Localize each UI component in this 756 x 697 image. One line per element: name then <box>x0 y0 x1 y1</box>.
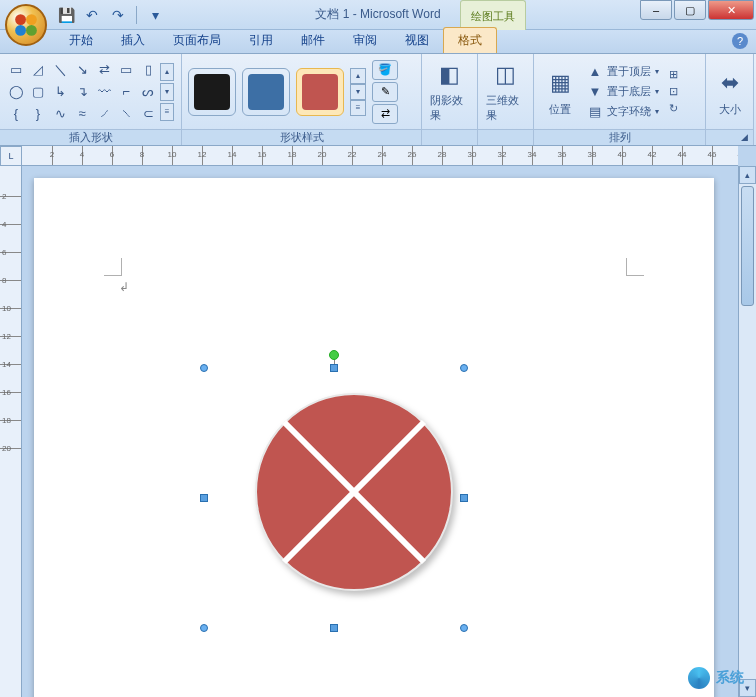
size-button[interactable]: ⬌ 大小 <box>712 59 748 125</box>
pie-shape[interactable] <box>254 392 454 592</box>
group-3d: ◫ 三维效果 <box>478 54 534 145</box>
style-swatch-2[interactable] <box>296 68 344 116</box>
style-swatch-0[interactable] <box>188 68 236 116</box>
shape-textbox-icon[interactable]: ▭ <box>6 60 26 80</box>
change-shape-button[interactable]: ⇄ <box>372 104 398 124</box>
send-to-back-button[interactable]: ▼置于底层▾ <box>584 83 662 101</box>
tab-review[interactable]: 审阅 <box>339 28 391 53</box>
undo-icon[interactable]: ↶ <box>81 4 103 26</box>
align-button[interactable]: ⊞ <box>666 67 681 82</box>
resize-handle-tl[interactable] <box>200 364 208 372</box>
shape-conn2-icon[interactable]: ↴ <box>72 82 92 102</box>
window-controls: – ▢ ✕ <box>640 0 756 20</box>
group-size: ⬌ 大小 ◢ <box>706 54 754 145</box>
shape-free-icon[interactable]: ᔕ <box>138 82 158 102</box>
watermark: 系统 <box>688 667 744 689</box>
margin-marker-top-left <box>104 258 122 276</box>
help-icon[interactable]: ? <box>732 33 748 49</box>
shapes-gallery[interactable]: ▭ ◿ ＼ ↘ ⇄ ▭ ▯ ◯ ▢ ↳ ↴ 〰 ⌐ ᔕ { } ∿ ≈ ⟋ ⟍ <box>6 60 158 124</box>
shape-more1-icon[interactable]: ≈ <box>72 104 92 124</box>
style-expand-icon[interactable]: ≡ <box>350 100 366 116</box>
shape-brace2-icon[interactable]: } <box>28 104 48 124</box>
shapes-expand-icon[interactable]: ≡ <box>160 103 174 121</box>
page[interactable]: ↲ <box>34 178 714 697</box>
shape-outline-button[interactable]: ✎ <box>372 82 398 102</box>
shapes-gallery-scroll: ▴ ▾ ≡ <box>160 63 174 121</box>
contextual-tab-drawing-tools: 绘图工具 <box>460 0 526 30</box>
position-button[interactable]: ▦ 位置 <box>540 59 580 125</box>
redo-icon[interactable]: ↷ <box>107 4 129 26</box>
document-area[interactable]: ↲ <box>22 166 756 697</box>
style-scroll-down-icon[interactable]: ▾ <box>350 84 366 100</box>
text-wrap-button[interactable]: ▤文字环绕▾ <box>584 103 662 121</box>
vertical-scrollbar[interactable]: ▴ ▾ <box>738 166 756 697</box>
shape-elbow-icon[interactable]: ⌐ <box>116 82 136 102</box>
scroll-up-icon[interactable]: ▴ <box>739 166 756 184</box>
horizontal-ruler[interactable]: 2468101214161820222426283032343638404244… <box>22 146 738 166</box>
scroll-thumb[interactable] <box>741 186 754 306</box>
rotate-button[interactable]: ↻ <box>666 101 681 116</box>
send-back-icon: ▼ <box>587 84 603 100</box>
shape-style-gallery[interactable]: ▴ ▾ ≡ <box>188 68 366 116</box>
bring-to-front-button[interactable]: ▲置于顶层▾ <box>584 63 662 81</box>
minimize-button[interactable]: – <box>640 0 672 20</box>
position-label: 位置 <box>549 102 571 117</box>
vertical-ruler[interactable]: 2468101214161820 <box>0 166 22 697</box>
shape-diagonal-icon[interactable]: ◿ <box>28 60 48 80</box>
resize-handle-br[interactable] <box>460 624 468 632</box>
group-shadow: ◧ 阴影效果 <box>422 54 478 145</box>
shape-rect-icon[interactable]: ▭ <box>116 60 136 80</box>
group-button[interactable]: ⊡ <box>666 84 681 99</box>
resize-handle-tr[interactable] <box>460 364 468 372</box>
position-icon: ▦ <box>544 67 576 99</box>
close-button[interactable]: ✕ <box>708 0 754 20</box>
shadow-label: 阴影效果 <box>430 93 469 123</box>
three-d-label: 三维效果 <box>486 93 525 123</box>
style-swatch-1[interactable] <box>242 68 290 116</box>
ribbon: ▭ ◿ ＼ ↘ ⇄ ▭ ▯ ◯ ▢ ↳ ↴ 〰 ⌐ ᔕ { } ∿ ≈ ⟋ ⟍ <box>0 54 756 146</box>
shadow-effects-button[interactable]: ◧ 阴影效果 <box>428 59 471 125</box>
shape-scribble-icon[interactable]: ∿ <box>50 104 70 124</box>
selected-shape-bounding-box[interactable] <box>204 368 464 628</box>
shape-rounded-icon[interactable]: ▢ <box>28 82 48 102</box>
shape-arrow-icon[interactable]: ↘ <box>72 60 92 80</box>
three-d-effects-button[interactable]: ◫ 三维效果 <box>484 59 527 125</box>
shape-oval-icon[interactable]: ◯ <box>6 82 26 102</box>
resize-handle-t[interactable] <box>330 364 338 372</box>
ruler-corner[interactable]: L <box>0 146 22 166</box>
resize-handle-b[interactable] <box>330 624 338 632</box>
qat-customize-icon[interactable]: ▾ <box>144 4 166 26</box>
shape-rect2-icon[interactable]: ▯ <box>138 60 158 80</box>
tab-mailings[interactable]: 邮件 <box>287 28 339 53</box>
maximize-button[interactable]: ▢ <box>674 0 706 20</box>
office-button[interactable] <box>5 4 47 46</box>
group-label-arrange: 排列 <box>534 129 705 145</box>
rotation-handle[interactable] <box>329 350 339 360</box>
tab-insert[interactable]: 插入 <box>107 28 159 53</box>
save-icon[interactable]: 💾 <box>55 4 77 26</box>
tab-view[interactable]: 视图 <box>391 28 443 53</box>
tab-home[interactable]: 开始 <box>55 28 107 53</box>
shape-more4-icon[interactable]: ⊂ <box>138 104 158 124</box>
shape-conn1-icon[interactable]: ↳ <box>50 82 70 102</box>
shape-more2-icon[interactable]: ⟋ <box>94 104 114 124</box>
tab-format[interactable]: 格式 <box>443 27 497 53</box>
shape-double-line-icon[interactable]: ⇄ <box>94 60 114 80</box>
shapes-scroll-down-icon[interactable]: ▾ <box>160 83 174 101</box>
group-arrange: ▦ 位置 ▲置于顶层▾ ▼置于底层▾ ▤文字环绕▾ ⊞ ⊡ ↻ 排列 <box>534 54 706 145</box>
shape-line-icon[interactable]: ＼ <box>50 60 70 80</box>
tab-page-layout[interactable]: 页面布局 <box>159 28 235 53</box>
resize-handle-bl[interactable] <box>200 624 208 632</box>
resize-handle-r[interactable] <box>460 494 468 502</box>
resize-handle-l[interactable] <box>200 494 208 502</box>
shape-brace1-icon[interactable]: { <box>6 104 26 124</box>
shape-more3-icon[interactable]: ⟍ <box>116 104 136 124</box>
tab-references[interactable]: 引用 <box>235 28 287 53</box>
group-label-insert-shapes: 插入形状 <box>0 129 181 145</box>
shape-fill-button[interactable]: 🪣 <box>372 60 398 80</box>
quick-access-toolbar: 💾 ↶ ↷ ▾ <box>55 4 166 26</box>
shapes-scroll-up-icon[interactable]: ▴ <box>160 63 174 81</box>
style-scroll-up-icon[interactable]: ▴ <box>350 68 366 84</box>
shape-curve-icon[interactable]: 〰 <box>94 82 114 102</box>
size-launcher-icon[interactable]: ◢ <box>738 132 750 144</box>
